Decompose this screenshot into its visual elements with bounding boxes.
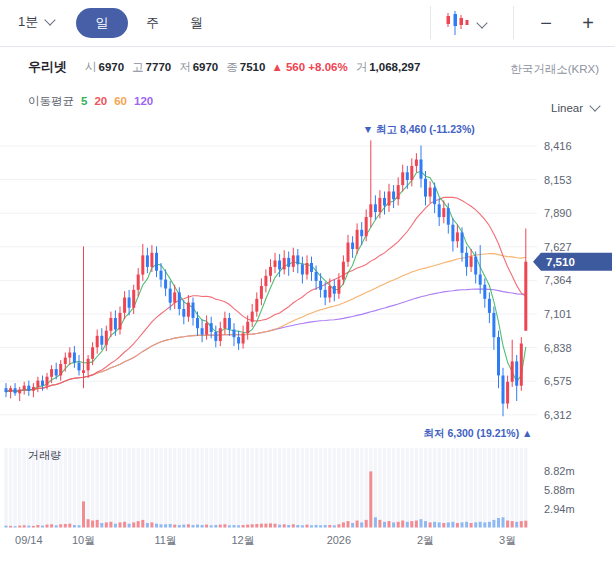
low-label: 저 [179,61,191,73]
period-tab-day-label: 일 [96,14,109,32]
turnover-label: 거 [356,61,368,73]
close-label: 종 [226,61,238,73]
period-tab-month[interactable]: 월 [190,14,203,32]
svg-text:8,153: 8,153 [544,174,572,186]
svg-text:2026: 2026 [327,534,351,546]
svg-text:6,575: 6,575 [544,375,572,387]
chevron-down-icon [45,14,56,25]
svg-text:8,416: 8,416 [544,140,572,152]
scale-dropdown[interactable]: Linear [551,102,599,114]
svg-text:최저 6,300 (19.21%) ▲: 최저 6,300 (19.21%) ▲ [423,427,532,439]
turnover-value: 1,068,297 [369,61,420,73]
svg-text:5.88m: 5.88m [544,484,575,496]
price-volume-chart[interactable]: 8,4168,1537,8907,6277,3647,1016,8386,575… [0,120,615,571]
ma120-legend: 120 [134,95,153,107]
svg-text:10월: 10월 [72,534,95,546]
ma60-legend: 60 [114,95,127,107]
open-value: 6970 [99,61,125,73]
chevron-down-icon [476,17,487,28]
svg-text:▼ 최고 8,460 (-11.23%): ▼ 최고 8,460 (-11.23%) [363,123,475,135]
price-change: ▲ 560 +8.06% [271,61,347,73]
svg-text:7,101: 7,101 [544,308,572,320]
high-label: 고 [132,61,144,73]
quote-info-bar: 우리넷시6970고7770저6970종7510▲ 560 +8.06%거1,06… [28,58,420,76]
symbol-name: 우리넷 [28,59,67,74]
svg-text:11월: 11월 [154,534,176,546]
interval-label: 1분 [18,14,38,29]
divider [430,6,431,39]
svg-text:7,510: 7,510 [546,256,575,268]
svg-text:2.94m: 2.94m [544,503,575,515]
svg-text:6,312: 6,312 [544,409,572,421]
svg-text:8.82m: 8.82m [544,465,575,477]
svg-text:7,890: 7,890 [544,207,572,219]
svg-text:7,364: 7,364 [544,274,572,286]
close-value: 7510 [240,61,266,73]
ma-legend-title: 이동평균 [28,95,74,107]
period-tab-week[interactable]: 주 [146,14,159,32]
candlestick-chart-icon [444,9,470,37]
interval-dropdown[interactable]: 1분 [18,13,54,31]
svg-text:09/14: 09/14 [15,534,43,546]
svg-text:7,627: 7,627 [544,241,572,253]
stock-chart-app: 1분 일 주 월 − + 우리넷시6970고7770저6970종7510▲ 56… [0,0,615,571]
svg-text:12월: 12월 [231,534,254,546]
toolbar: 1분 일 주 월 − + [0,0,615,47]
chart-type-dropdown[interactable] [444,9,500,37]
low-value: 6970 [193,61,219,73]
period-tab-day[interactable]: 일 [76,8,128,38]
scale-label: Linear [551,102,583,114]
svg-text:거래량: 거래량 [28,449,61,461]
svg-text:2월: 2월 [417,534,434,546]
ma-legend: 이동평균52060120 [28,94,153,109]
svg-text:6,838: 6,838 [544,342,572,354]
ma5-legend: 5 [81,95,87,107]
divider [513,6,514,39]
ma20-legend: 20 [94,95,107,107]
svg-text:3월: 3월 [499,534,516,546]
zoom-in-button[interactable]: + [572,8,604,38]
chevron-down-icon [589,100,600,111]
exchange-label: 한국거래소(KRX) [510,62,599,77]
zoom-out-button[interactable]: − [530,8,562,38]
chart-area[interactable]: 8,4168,1537,8907,6277,3647,1016,8386,575… [0,120,615,571]
high-value: 7770 [146,61,172,73]
open-label: 시 [85,61,97,73]
